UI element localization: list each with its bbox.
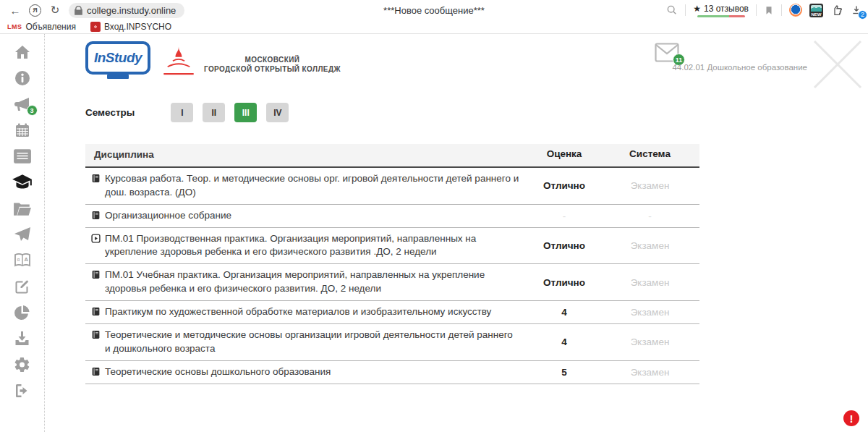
column-header-grade: Оценка [528, 144, 600, 166]
table-row[interactable]: ПМ.01 Учебная практика. Организация меро… [85, 264, 699, 301]
back-icon[interactable]: ← [6, 4, 25, 17]
sidebar-item-tests[interactable] [12, 277, 33, 296]
sidebar-item-materials[interactable] [12, 199, 33, 218]
svg-text:A: A [24, 256, 28, 263]
toolbar-divider [781, 4, 782, 16]
sidebar-item-info[interactable] [12, 69, 33, 88]
discipline-text: Теоретические и методические основы орга… [105, 329, 521, 356]
discipline-text: Курсовая работа. Теор. и методические ос… [105, 172, 521, 200]
semester-switcher: Семестры IIIIIIIV [85, 103, 298, 122]
list-card-icon [13, 148, 32, 164]
column-header-system: Система [600, 144, 699, 166]
sidebar-item-dictionary[interactable]: яA [12, 251, 33, 270]
downloads-button[interactable]: 2 [851, 4, 862, 17]
yandex-browser-icon[interactable]: Я [29, 4, 41, 17]
program-title: 44.02.01 Дошкольное образование [672, 63, 807, 72]
sidebar-item-settings[interactable] [12, 355, 33, 374]
inpsycho-favicon [90, 22, 101, 32]
svg-text:я: я [17, 257, 20, 262]
system-cell: Экзамен [600, 236, 699, 255]
grade-cell: Отлично [528, 273, 600, 292]
system-cell: Экзамен [600, 332, 699, 352]
bookmark-label: Объявления [26, 22, 76, 32]
discipline-text: ПМ.01 Учебная практика. Организация меро… [105, 268, 521, 296]
table-row[interactable]: ПМ.01 Производственная практика. Организ… [85, 228, 699, 265]
table-row[interactable]: Практикум по художественной обработке ма… [85, 301, 699, 324]
system-cell: Экзамен [600, 363, 699, 382]
search-icon[interactable] [666, 4, 678, 16]
instudy-logo-text: InStudy [94, 50, 142, 66]
table-body: Курсовая работа. Теор. и методические ос… [85, 168, 699, 384]
lock-icon [75, 6, 82, 15]
home-icon [13, 43, 32, 61]
pie-chart-icon [13, 304, 31, 321]
table-row[interactable]: Теоретические основы дошкольного образов… [85, 361, 699, 384]
sidebar-item-journal[interactable] [12, 147, 33, 166]
address-text: college.instudy.online [87, 5, 176, 16]
hand-extension-icon[interactable] [830, 4, 843, 17]
system-cell: Экзамен [600, 176, 699, 195]
lms-favicon: LMS [7, 23, 22, 30]
semesters-label: Семестры [85, 107, 135, 118]
table-row[interactable]: Курсовая работа. Теор. и методические ос… [85, 168, 699, 205]
download-tray-icon [13, 330, 31, 347]
book-icon [91, 307, 101, 316]
folder-icon [13, 200, 32, 216]
book-icon [91, 211, 101, 220]
semester-button-IV[interactable]: IV [266, 103, 289, 122]
new-extension-icon[interactable]: NEW [809, 4, 823, 17]
semester-button-III[interactable]: III [234, 103, 257, 122]
system-cell: - [600, 206, 699, 226]
new-extension-art [811, 5, 822, 12]
discipline-text: Практикум по художественной обработке ма… [105, 305, 491, 319]
mail-button[interactable]: 11 [655, 43, 679, 62]
bookmarks-bar: LMS Объявления Вход.INPSYCHO [0, 20, 868, 34]
grade-cell: - [528, 206, 600, 226]
alert-button[interactable]: ! [843, 410, 859, 426]
browser-extension-icon[interactable] [789, 4, 802, 17]
sidebar-item-home[interactable] [12, 43, 33, 62]
college-tower-icon [159, 44, 198, 80]
bookmark-flag-icon[interactable] [764, 4, 774, 17]
college-name-line1: МОСКОВСКИЙ [204, 55, 341, 64]
instudy-logo: InStudy [85, 41, 150, 75]
sidebar-item-calendar[interactable] [12, 121, 33, 140]
semester-button-II[interactable]: II [203, 103, 225, 122]
grade-cell: Отлично [528, 176, 600, 195]
book-icon [91, 367, 101, 376]
announcements-badge: 3 [27, 105, 38, 116]
sidebar-item-statistics[interactable] [12, 303, 33, 322]
system-cell: Экзамен [600, 302, 699, 322]
semester-button-I[interactable]: I [171, 103, 193, 122]
bookmark-inpsycho[interactable]: Вход.INPSYCHO [90, 22, 171, 32]
table-row[interactable]: Теоретические и методические основы орга… [85, 324, 699, 361]
grade-cell: 5 [528, 363, 600, 382]
star-icon: ★ [693, 4, 701, 14]
reviews-rating-bar [697, 15, 745, 17]
table-header-row: Дисциплина Оценка Система [85, 144, 699, 168]
semester-buttons: IIIIIIIV [171, 103, 298, 122]
column-header-discipline: Дисциплина [85, 144, 528, 166]
address-bar[interactable]: college.instudy.online [69, 3, 184, 18]
edit-icon [13, 278, 31, 295]
grade-cell: 4 [528, 332, 600, 352]
college-name: МОСКОВСКИЙ ГОРОДСКОЙ ОТКРЫТЫЙ КОЛЛЕДЖ [204, 55, 341, 74]
bookmark-announcements[interactable]: LMS Объявления [7, 22, 76, 32]
discipline-text: Организационное собрание [105, 209, 231, 223]
play-icon [91, 234, 101, 243]
close-icon[interactable] [809, 35, 867, 93]
sidebar-item-grades[interactable] [12, 173, 33, 192]
main-content: InStudy МОСКОВСКИЙ ГОРОДСКОЙ ОТКРЫТЫЙ КО… [45, 34, 868, 432]
reviews-widget[interactable]: ★ 13 отзывов [693, 4, 749, 17]
sidebar-item-logout[interactable] [12, 381, 33, 400]
system-cell: Экзамен [600, 273, 699, 292]
sidebar-item-downloads[interactable] [12, 329, 33, 348]
refresh-icon[interactable]: ↻ [46, 4, 64, 17]
sidebar-item-announcements[interactable]: 3 [12, 95, 33, 114]
college-logo-block: МОСКОВСКИЙ ГОРОДСКОЙ ОТКРЫТЫЙ КОЛЛЕДЖ [159, 44, 341, 80]
table-row[interactable]: Организационное собрание - - [85, 205, 699, 228]
browser-toolbar: ← Я ↻ college.instudy.online ***Новое со… [0, 0, 868, 20]
translate-book-icon: яA [13, 252, 32, 269]
sidebar-item-messages[interactable] [12, 225, 33, 244]
calendar-icon [14, 122, 31, 139]
